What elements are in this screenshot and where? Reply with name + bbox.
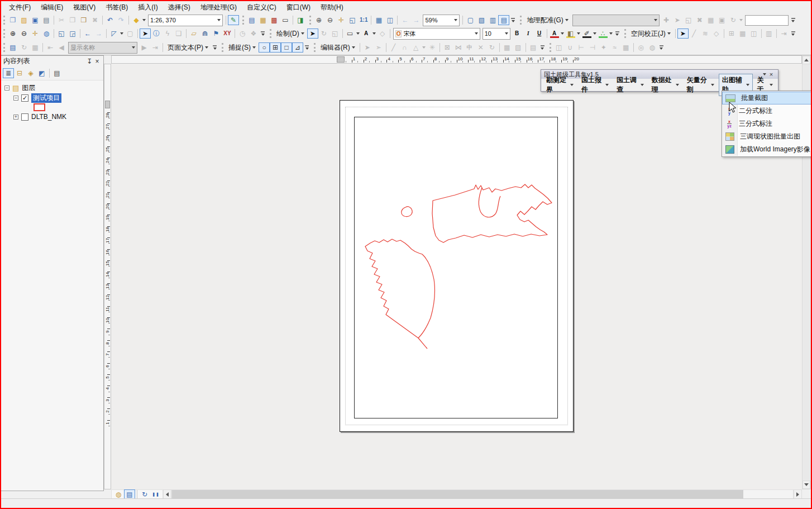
endpoint-arc-icon[interactable]: ∩ [399,42,410,53]
rectangle-tool-icon[interactable]: ▭ [345,28,361,39]
edge-snapping-icon[interactable]: ⊿ [292,42,303,53]
extend-tool-icon[interactable]: ⊢ [576,42,587,53]
layout-zoom-in-icon[interactable]: ⊕ [313,15,324,25]
toolbar-grip[interactable] [624,29,626,38]
edit-tool-icon[interactable]: ➤ [362,42,373,53]
last-page-icon[interactable]: ⇥ [150,42,161,53]
toolbar-grip[interactable] [550,43,551,52]
menu-item-three-part-label[interactable]: 三分式标注 [722,117,812,130]
toc-options-icon[interactable]: ▤ [51,68,63,78]
select-link-icon[interactable]: ➤ [672,15,683,25]
trim-tool-icon[interactable]: ⊣ [587,42,598,53]
toolbar-grip[interactable] [314,43,316,52]
scroll-left-icon[interactable] [163,489,171,499]
font-family-combo[interactable]: O宋体 [393,28,480,40]
fill-color-icon[interactable]: ◧ [565,28,581,39]
modify-link-icon[interactable]: ◇ [711,28,722,39]
trace-tool-icon[interactable]: △ [410,42,427,53]
point-snapping-icon[interactable]: ○ [259,42,270,53]
editor-sketch-icon[interactable]: ✎ [228,15,239,25]
print-icon[interactable]: ▤ [41,15,52,25]
toolbar-grip[interactable] [270,29,271,38]
edge-match-icon[interactable]: ⇥ [778,28,790,39]
menu-customize[interactable]: 自定义(C) [242,2,281,13]
zoom-to-element-icon[interactable]: ◱ [329,28,341,39]
spatial-adjustment-menu[interactable]: 空间校正(J) [628,28,674,40]
menu-file[interactable]: 文件(F) [4,2,35,13]
toolbar-grip[interactable] [242,16,244,25]
model-builder-icon[interactable]: ◨ [295,15,306,25]
toolbar-overflow-icon[interactable] [659,45,664,50]
refresh-view-icon[interactable]: ↻ [139,489,150,500]
toolbar-overflow-icon[interactable] [615,31,620,36]
zoom-to-link-icon[interactable]: ◱ [683,15,694,25]
save-icon[interactable]: ▣ [30,15,41,25]
html-popup-icon[interactable]: ❏ [173,28,184,39]
layer1-label[interactable]: 测试项目 [31,93,61,103]
zoom-out-icon[interactable]: ⊖ [18,28,30,39]
draw-menu[interactable]: 绘制(D) [274,28,307,40]
copy-icon[interactable]: ❐ [67,15,78,25]
first-page-icon[interactable]: ⇤ [45,42,56,53]
link-table-icon[interactable]: ▦ [705,15,717,25]
back-extent-icon[interactable]: ← [82,28,93,39]
toolbar-grip[interactable] [520,16,522,25]
link-table2-icon[interactable]: ▦ [737,28,748,39]
collapse-icon[interactable]: − [4,85,9,91]
redo-icon[interactable]: ↷ [116,15,127,25]
sketch-properties-icon[interactable]: ▧ [513,42,524,53]
fixed-zoom-out-icon[interactable]: ◲ [67,28,78,39]
add-data-icon[interactable]: ◆ [131,15,147,25]
line-color-icon[interactable]: ✐ [581,28,598,39]
layout-zoom-out-icon[interactable]: ⊖ [324,15,336,25]
page-text-menu[interactable]: 页面文本(P) [165,42,211,54]
page-name-combo[interactable]: 显示名称 [68,42,137,54]
attribute-transfer-icon[interactable]: ▥ [763,28,775,39]
menu-edit[interactable]: 编辑(E) [36,2,68,13]
explode-tool-icon[interactable]: ✦ [598,42,609,53]
auto-adjust-icon[interactable]: ▣ [717,15,728,25]
cut-polygons-icon[interactable]: ⋈ [453,42,464,53]
hyperlink-icon[interactable]: ϟ [162,28,173,39]
adjust-preview-icon[interactable]: ⊞ [726,28,737,39]
find-icon[interactable]: ⋒ [199,28,211,39]
plugin-btn-vector-split[interactable]: 矢量分割 [684,74,718,96]
menu-selection[interactable]: 选择(S) [164,2,195,13]
split-tool-icon[interactable]: ✕ [475,42,486,53]
measure-icon[interactable]: ▱ [188,28,199,39]
toolbar-overflow-icon[interactable] [510,17,515,23]
layout-canvas[interactable] [111,64,802,489]
editor-menu[interactable]: 编辑器(R) [318,42,358,54]
layer1-legend-swatch[interactable] [34,103,45,111]
cut-icon[interactable]: ✂ [56,15,67,25]
viewer-window-icon[interactable]: ❖ [248,28,259,39]
end-snapping-icon[interactable]: ⊞ [270,42,281,53]
toolbar-grip[interactable] [3,16,5,25]
attributes-icon[interactable]: ▦ [501,42,513,53]
reshape-feature-icon[interactable]: ⊠ [442,42,453,53]
draw-select-arrow-icon[interactable]: ➤ [307,28,318,39]
align-edge-icon[interactable]: ▦ [620,42,632,53]
underline-icon[interactable]: U [534,28,545,39]
open-folder-icon[interactable]: ▨ [18,15,30,25]
select-elements-icon[interactable]: ➤ [140,28,151,39]
plugin-btn-land-report[interactable]: 国土报件 [578,74,612,96]
toolbar-overflow-icon[interactable] [791,17,796,23]
rotate-tool-icon[interactable]: ↻ [486,42,498,53]
italic-icon[interactable]: I [523,28,534,39]
toolbar-grip[interactable] [3,43,5,52]
time-slider-icon[interactable]: ◷ [237,28,248,39]
list-by-source-icon[interactable]: ⊟ [14,68,25,78]
scroll-down-icon[interactable] [803,481,810,489]
next-page-icon[interactable]: ▶ [138,42,150,53]
go-to-xy-icon[interactable]: XY [222,28,233,39]
toolbar-overflow-icon[interactable] [791,31,796,36]
expand-icon[interactable]: + [13,115,18,120]
zoom-percent-combo[interactable]: 59% [423,15,460,26]
plugin-btn-land-survey[interactable]: 国土调查 [613,74,647,96]
toolbar-grip[interactable] [309,16,311,25]
delete-icon[interactable]: ✖ [89,15,101,25]
plugin-btn-survey-boundary[interactable]: 勘测定界 [543,74,577,96]
horizontal-scrollbar[interactable] [171,489,794,499]
identify-icon[interactable]: ⓘ [151,28,162,39]
